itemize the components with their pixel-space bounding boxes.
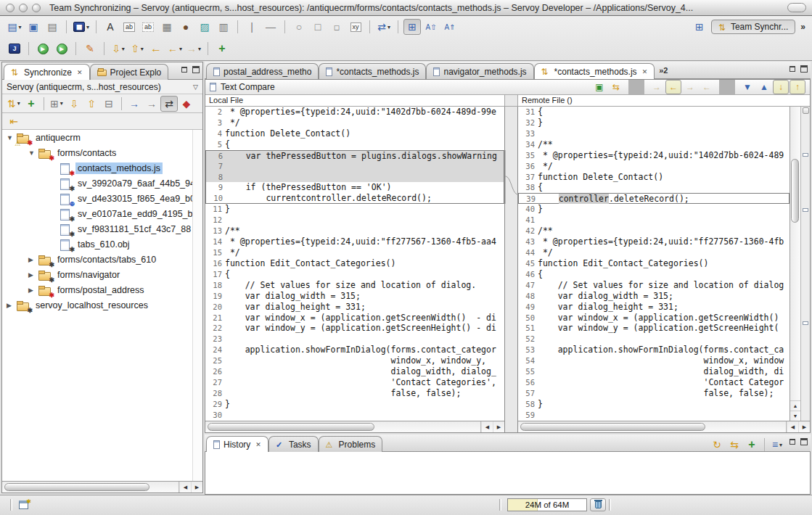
local-horizontal-scrollbar[interactable]: ◀▶ (205, 421, 504, 432)
copy-current-left-to-right-button[interactable]: ← (699, 80, 715, 94)
toolbar-item[interactable] (104, 42, 104, 55)
diff-marker[interactable] (803, 321, 808, 325)
previous-change-button[interactable]: ↑ (790, 80, 805, 94)
diff-marker[interactable] (803, 153, 808, 157)
image-button[interactable]: ▨ (196, 19, 213, 35)
toolbar-item[interactable] (628, 80, 644, 94)
run-garbage-collector-button[interactable] (590, 498, 606, 511)
tree-item-forms-postal-address[interactable]: forms/postal_address (2, 282, 202, 297)
toolbar-item[interactable] (96, 20, 97, 33)
perspective-team-synchronizing-button[interactable]: Team Synchr... (711, 20, 795, 34)
toolbar-item[interactable] (75, 42, 76, 55)
js-perspective-button[interactable]: J (6, 41, 23, 57)
pin-view-button[interactable]: + (743, 437, 760, 453)
circle-button[interactable]: ○ (290, 19, 308, 35)
perspective-overflow-chevron[interactable]: » (798, 22, 808, 32)
toolbar-item[interactable] (237, 20, 238, 33)
minimize-window-button[interactable] (19, 4, 28, 12)
pin-editor-button[interactable]: + (213, 41, 231, 57)
next-change-button[interactable]: ↓ (773, 80, 789, 94)
diff-marker[interactable] (803, 208, 808, 212)
tree-item-sv-d4e33015[interactable]: sv_d4e33015_f865_4ea9_b0 (2, 191, 202, 206)
tab-contacts-methods-compare[interactable]: *contacts_methods.js ✕ (534, 63, 655, 79)
back-button[interactable]: ← (147, 41, 165, 57)
scroll-right-icon[interactable]: ▶ (191, 482, 202, 493)
remote-horizontal-scrollbar[interactable]: ◀▶ (518, 421, 810, 432)
vertical-line-button[interactable]: | (243, 19, 261, 35)
grid-snap-button[interactable]: ⊞ (403, 19, 421, 35)
letter-a-double-up-button[interactable]: A⇑ (441, 19, 459, 35)
bean-button[interactable]: ● (177, 19, 194, 35)
close-tab-icon[interactable]: ✕ (642, 68, 648, 75)
run-solution-button[interactable]: ▶ (34, 41, 52, 57)
overview-ruler[interactable] (800, 107, 810, 421)
tab-history[interactable]: History ✕ (206, 436, 268, 452)
tree-expander-icon[interactable] (28, 287, 38, 294)
tree-item-forms-navigator[interactable]: forms/navigator (2, 267, 202, 282)
run-web-client-button[interactable]: ▶ (53, 41, 70, 57)
tab-synchronize[interactable]: Synchronize ✕ (4, 64, 90, 80)
local-code[interactable]: 2 * @properties={typeid:24,uuid:"1402d7b… (205, 107, 504, 421)
label-button[interactable]: xy (347, 19, 364, 35)
form-parts-menu-button[interactable]: ▦ (72, 19, 91, 35)
overview-button[interactable] (803, 107, 809, 114)
maximize-view-button[interactable] (192, 66, 200, 73)
print-button[interactable]: ▤ (44, 19, 61, 35)
toolbar-item[interactable] (121, 97, 122, 110)
presentation-menu-button[interactable]: ⊞ (48, 96, 65, 112)
incoming-mode-button[interactable]: → (126, 96, 143, 112)
tree-item-forms-contacts-tabs-610[interactable]: forms/contacts/tabs_610 (2, 252, 202, 267)
tree-expander-icon[interactable] (28, 256, 38, 263)
tree-item-contacts-methods-js[interactable]: contacts_methods.js (2, 160, 202, 176)
tree-item-servoy-localhost-resources[interactable]: servoy_localhost_resources (2, 297, 202, 313)
pin-view-button[interactable]: + (22, 96, 40, 112)
zoom-window-button[interactable] (32, 4, 41, 12)
scrollbar-thumb[interactable] (520, 423, 705, 431)
rectangle-button[interactable]: □ (309, 19, 327, 35)
maximize-view-button[interactable] (800, 438, 808, 445)
tab-navigator-methods[interactable]: navigator_methods.js (426, 63, 533, 79)
swap-panes-button[interactable]: ⇆ (608, 80, 624, 94)
tree-item-sv-e0107a1e[interactable]: sv_e0107a1e_edd9_4195_bl (2, 206, 202, 221)
tree-item-antiquecrm[interactable]: antiquecrm (2, 130, 202, 145)
next-change-button[interactable]: ⇩ (65, 96, 83, 112)
save-button[interactable]: ▣ (25, 19, 42, 35)
next-annotation-button[interactable]: ⇩ (110, 41, 127, 57)
tree-horizontal-scrollbar[interactable]: ◀▶ (2, 481, 202, 493)
synchronization-scope[interactable]: Servoy (antiquecrm, s...host_resources) … (2, 80, 202, 94)
scroll-right-icon[interactable]: ▶ (798, 421, 810, 432)
toolbar-item[interactable] (44, 97, 44, 110)
toolbar-item[interactable] (719, 80, 735, 94)
horizontal-line-button[interactable]: — (262, 19, 279, 35)
scroll-left-icon[interactable]: ◀ (787, 421, 798, 432)
incoming-outgoing-mode-button[interactable]: ⇄ (160, 96, 178, 112)
tab-tasks[interactable]: Tasks (268, 436, 319, 452)
tab-contacts-methods-editor[interactable]: *contacts_methods.js (319, 63, 426, 79)
tab-postal-address-methods[interactable]: postal_address_metho (206, 63, 319, 79)
tree-item-sv-39920a79[interactable]: sv_39920a79_6aaf_44b5_94 (2, 176, 202, 191)
toolbar-item[interactable] (66, 20, 67, 33)
refresh-button[interactable]: ↻ (708, 437, 726, 453)
back-history-button[interactable]: ← (166, 41, 184, 57)
outgoing-mode-button[interactable]: → (143, 96, 160, 112)
tree-item-forms-contacts[interactable]: forms/contacts (2, 145, 202, 160)
toolbar-item[interactable] (28, 42, 29, 55)
next-difference-button[interactable]: ▼ (739, 80, 755, 94)
forward-history-button[interactable]: → (185, 41, 202, 57)
remote-code[interactable]: 31{ 32} 33 34/** 35 * @properties={typei… (518, 107, 790, 421)
scroll-up-icon[interactable]: ▲ (790, 400, 800, 411)
view-menu-button[interactable]: ≡ (768, 437, 786, 453)
get-incoming-change-button[interactable]: ⇤ (5, 113, 22, 129)
close-window-button[interactable] (6, 4, 15, 12)
maximize-editor-button[interactable] (800, 65, 808, 73)
tree-expander-icon[interactable] (28, 271, 38, 279)
close-tab-icon[interactable]: ✕ (77, 69, 83, 76)
rounded-rectangle-button[interactable]: ◻ (328, 19, 345, 35)
tab-project-explorer[interactable]: Project Explo (90, 64, 169, 80)
swap-compare-button[interactable]: ⇆ (726, 437, 743, 453)
conflicts-mode-button[interactable]: ◆ (178, 96, 195, 112)
new-wizard-button[interactable]: ▤ (6, 19, 23, 35)
minimize-view-button[interactable] (789, 438, 796, 445)
tree-vertical-scrollbar[interactable] (192, 130, 202, 481)
text-field-button[interactable]: ab (120, 19, 138, 35)
